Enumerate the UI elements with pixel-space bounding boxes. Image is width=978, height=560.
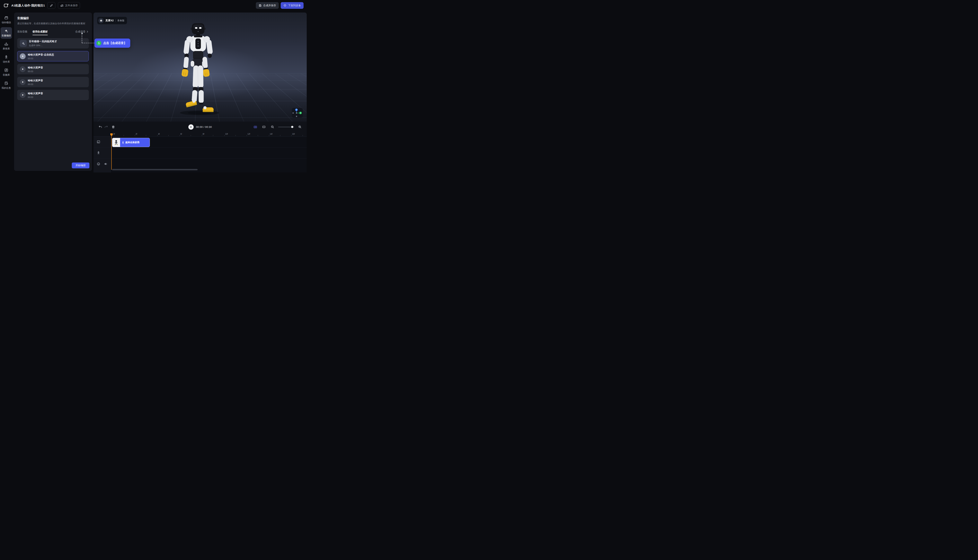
ruler-label: 16f [292,133,295,135]
robot-model[interactable] [170,22,221,116]
deploy-button[interactable]: 下发到设备 [281,2,304,9]
guide-anchor-dot [81,33,83,34]
app-window: A1机器人动作-我的项目1 文件未保存 合成并保存 下发 [0,0,307,172]
audio-item-status: 生成中 30% ... [29,44,57,47]
zoom-slider-knob[interactable] [291,126,294,128]
zoom-out-button[interactable] [270,124,275,130]
expression-library-icon [4,42,8,46]
action-library-icon [4,55,8,59]
deploy-button-label: 下发到设备 [288,4,301,7]
zoom-in-button[interactable] [297,124,303,130]
timeline-clip-walk-pose[interactable]: 超帅走路姿势 [112,138,150,147]
audio-item-duration: 00:03 [28,83,43,85]
timeline-tracks: 超帅走路姿势 [93,137,307,172]
audio-item[interactable]: 哈哈大笑声音 00:03 [17,90,89,100]
nav-item-action-library[interactable]: 动作库 [1,53,12,65]
synth-voice-label: 合成语音 [75,30,85,33]
clip-label: 超帅走路姿势 [125,141,139,144]
save-button-label: 合成并保存 [263,4,276,7]
gizmo-axis-x[interactable]: X [299,112,302,114]
guide-tooltip-text: 点击【合成语音】 [103,41,127,45]
speaker-icon[interactable] [104,162,108,166]
my-tasks-icon [4,81,8,85]
ruler-label: 14f [270,133,272,135]
model-edition: 青春版 [117,19,124,22]
ruler-label: 2f [135,133,137,135]
undo-button[interactable] [97,124,103,130]
ruler-label: 0f [113,133,115,135]
viewport-3d[interactable]: 灵犀X2 青春版 [93,13,307,122]
timeline-controls: 00:00 / 00:30 [93,122,307,132]
walking-person-icon [122,141,124,144]
rename-project-button[interactable] [47,2,55,9]
chevron-right-icon [86,30,89,33]
timeline-ruler[interactable]: 0f 2f 4f 6f 8f 10f 12f 14f 16f [93,132,307,137]
guide-tooltip[interactable]: 1 点击【合成语音】 [95,38,130,48]
audio-arrange-panel: 音频编排 通过音频处理，生成音频素材以及融合动作和表情的音频编排素材 添加音频 … [14,13,92,171]
timeline-horizontal-scrollbar[interactable] [112,169,197,170]
track-header-motion [93,137,110,147]
main-region: 灵犀X2 青春版 [93,13,307,172]
audio-item-title: 哈哈大笑声音 [28,79,43,82]
motion-imitate-icon [4,16,8,20]
gizmo-axis-y[interactable]: Y [295,108,298,111]
audio-item-duration: 00:03 [28,70,43,73]
lane-separator [93,147,307,148]
save-button[interactable]: 合成并保存 [256,2,279,9]
guide-connector-horizontal [82,43,95,43]
left-nav-rail: 动作模仿 音频编排 表情库 动作库 音频库 [0,11,13,172]
track-header-column [93,137,111,172]
audio-item[interactable]: 哈哈大笑声音 00:03 [17,64,89,74]
nav-item-my-tasks[interactable]: 我的任务 [1,80,12,91]
audio-item-generating[interactable]: 百年难得一见的练武奇才 生成中 30% ... [17,38,89,48]
audio-item-title: 百年难得一见的练武奇才 [29,40,57,43]
nav-item-motion-imitate[interactable]: 动作模仿 [1,14,12,26]
nav-label: 表情库 [3,47,10,50]
nav-label: 音频库 [3,73,10,77]
fit-timeline-button[interactable] [252,124,258,130]
file-status-label: 文件未保存 [65,4,78,7]
keyframe-view-button[interactable] [261,124,267,130]
nav-label: 音频编排 [2,34,11,37]
play-audio-button[interactable] [20,66,26,72]
axis-gizmo[interactable]: Y X [292,108,303,118]
audio-item-title: 哈哈大笑声音 [28,92,43,95]
app-logo-icon [3,3,9,8]
clip-thumbnail [112,138,120,147]
audio-library-icon [4,68,8,72]
play-audio-button[interactable] [20,53,26,59]
expression-track-icon[interactable] [97,162,100,166]
timeline-tools [252,124,303,130]
display-track-icon[interactable] [97,140,100,144]
model-name: 灵犀X2 [105,19,113,22]
ruler-label: 12f [247,133,250,135]
nav-item-audio-arrange[interactable]: 音频编排 [1,27,12,39]
time-display: 00:00 / 00:30 [196,125,212,128]
action-track-icon[interactable] [97,151,100,155]
zoom-slider[interactable] [278,127,294,127]
delete-clip-button[interactable] [110,124,116,130]
file-status-button[interactable]: 文件未保存 [58,2,80,9]
track-header-action [93,147,110,158]
play-audio-button[interactable] [20,92,26,98]
nav-item-audio-library[interactable]: 音频库 [1,67,12,78]
nav-item-expression-library[interactable]: 表情库 [1,40,12,52]
project-title: A1机器人动作-我的项目1 [11,4,45,7]
topbar-actions: 合成并保存 下发到设备 [256,2,304,9]
panel-tabs: 添加音频 使用合成素材 合成语音 [17,30,89,33]
ai-generate-icon [20,40,27,47]
nav-label: 动作模仿 [2,21,11,24]
audio-item-selected[interactable]: 哈哈大笑声音-点击状态 00:03 [17,51,89,62]
nav-label: 动作库 [3,60,10,63]
play-button[interactable] [189,124,194,130]
play-audio-button[interactable] [20,79,26,85]
audio-item[interactable]: 哈哈大笑声音 00:03 [17,77,89,87]
redo-button[interactable] [103,124,109,130]
start-arrange-button[interactable]: 开始编排 [72,162,89,168]
audio-arrange-icon [4,29,8,33]
ruler-label: 10f [225,133,228,135]
audio-item-duration: 00:03 [28,96,43,98]
tab-add-audio[interactable]: 添加音频 [17,30,27,33]
tab-use-synth-material[interactable]: 使用合成素材 [32,30,48,33]
cloud-download-icon [284,4,287,7]
